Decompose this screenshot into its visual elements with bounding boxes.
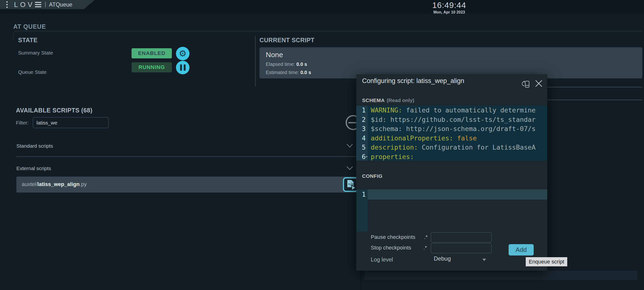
script-list-item[interactable]: auxtel/latiss_wep_align.py </> xyxy=(16,177,357,193)
line-number: 5 xyxy=(356,143,368,152)
schema-readonly-label: (Read only) xyxy=(387,97,414,103)
clock-date: Mon, Apr 10 2023 xyxy=(424,10,474,14)
pause-checkpoints-input[interactable] xyxy=(431,232,492,243)
standard-scripts-label: Standard scripts xyxy=(16,143,53,149)
chevron-down-icon xyxy=(346,144,353,148)
line-number: 6 xyxy=(356,152,368,161)
pause-icon xyxy=(180,64,186,71)
chevron-down-icon xyxy=(346,166,353,170)
section-divider xyxy=(13,31,642,40)
menu-icon[interactable] xyxy=(6,1,8,8)
available-scripts-title: AVAILABLE SCRIPTS (68) xyxy=(16,107,92,114)
config-active-line xyxy=(368,189,547,200)
configure-script-button[interactable]: </> xyxy=(343,177,358,192)
elapsed-time-value: 0.0 s xyxy=(296,61,307,67)
rotate-panel-icon[interactable] xyxy=(522,80,531,89)
close-icon[interactable] xyxy=(534,79,543,88)
configure-script-modal: Configuring script: latiss_wep_align SCH… xyxy=(356,74,547,271)
script-path-prefix: auxtel/ xyxy=(22,181,38,187)
section-title: AT QUEUE xyxy=(13,23,46,30)
logo-text: LOV xyxy=(14,1,34,9)
pause-checkpoints-regex: .* xyxy=(424,234,428,240)
estimated-time-label: Estimated time: xyxy=(266,70,300,75)
clock-time: 16:49:44 xyxy=(424,0,474,10)
queue-state-badge: RUNNING xyxy=(132,62,172,72)
caret-down-icon xyxy=(482,259,486,261)
summary-state-label: Summary State xyxy=(18,50,53,56)
script-path: auxtel/latiss_wep_align.py xyxy=(22,181,87,187)
current-script-card: None Elapsed time: 0.0 s Estimated time:… xyxy=(260,47,642,78)
current-script-title: CURRENT SCRIPT xyxy=(260,37,314,44)
line-number: 1 xyxy=(356,189,368,200)
log-level-value: Debug xyxy=(434,255,451,262)
config-title: CONFIG xyxy=(362,173,382,179)
standard-scripts-group[interactable]: Standard scripts xyxy=(13,139,360,157)
elapsed-time-row: Elapsed time: 0.0 s xyxy=(266,61,307,67)
script-extension: .py xyxy=(80,181,87,187)
column-divider xyxy=(255,36,256,86)
elapsed-time-label: Elapsed time: xyxy=(266,61,296,67)
logo-e-icon xyxy=(35,2,41,7)
state-panel-title: STATE xyxy=(18,37,38,44)
stop-checkpoints-label: Stop checkpoints xyxy=(371,245,411,251)
estimated-time-row: Estimated time: 0.0 s xyxy=(266,70,311,75)
top-bar: LOV ATQueue xyxy=(0,0,96,9)
svg-text:</>: </> xyxy=(348,182,354,186)
summary-state-badge: ENABLED xyxy=(132,48,172,58)
top-strip xyxy=(0,0,644,13)
group-divider xyxy=(16,156,360,157)
config-gutter: 1 xyxy=(356,189,368,232)
schema-title: SCHEMA xyxy=(362,97,385,103)
love-logo: LOV xyxy=(14,1,41,9)
clock: 16:49:44 Mon, Apr 10 2023 xyxy=(424,0,474,14)
schema-code: WARNING: failed to automatically determi… xyxy=(368,106,547,161)
atqueue-page: LOV ATQueue 16:49:44 Mon, Apr 10 2023 AT… xyxy=(0,0,644,290)
line-number: 2 xyxy=(356,115,368,124)
app-title: ATQueue xyxy=(49,1,72,8)
pause-checkpoints-label: Pause checkpoints xyxy=(371,234,416,240)
modal-title: Configuring script: latiss_wep_align xyxy=(362,77,464,85)
right-panel-fragment xyxy=(364,271,637,280)
line-number: 1 xyxy=(356,106,368,115)
add-button[interactable]: Add xyxy=(508,244,534,256)
stop-checkpoints-input[interactable] xyxy=(431,243,492,253)
line-number: 3 xyxy=(356,124,368,134)
schema-editor: 1 2 3 4 5 6 WARNING: failed to automatic… xyxy=(356,106,547,161)
log-level-label: Log level xyxy=(371,257,393,263)
filter-label: Filter: xyxy=(16,120,29,126)
logo-divider xyxy=(45,2,46,7)
launch-script-icon: </> xyxy=(343,177,358,192)
column-gap xyxy=(360,271,361,290)
summary-state-config-button[interactable]: ⚙ xyxy=(176,47,190,60)
log-level-select[interactable]: Debug xyxy=(431,255,488,265)
pause-queue-button[interactable] xyxy=(176,61,190,74)
external-scripts-group[interactable]: External scripts xyxy=(13,161,360,179)
enqueue-script-tooltip: Enqueue script xyxy=(526,257,567,266)
current-script-name: None xyxy=(266,51,283,59)
estimated-time-value: 0.0 s xyxy=(300,70,311,75)
external-scripts-label: External scripts xyxy=(16,166,51,171)
schema-heading: SCHEMA(Read only) xyxy=(362,97,414,103)
schema-gutter: 1 2 3 4 5 6 xyxy=(356,106,368,161)
queue-state-label: Queue State xyxy=(18,69,46,75)
stop-checkpoints-regex: .* xyxy=(424,245,427,251)
script-name: latiss_wep_align xyxy=(38,181,80,187)
config-editor[interactable]: 1 xyxy=(356,189,547,232)
filter-input[interactable] xyxy=(33,117,108,128)
line-number: 4 xyxy=(356,134,368,143)
gear-icon: ⚙ xyxy=(179,49,186,58)
